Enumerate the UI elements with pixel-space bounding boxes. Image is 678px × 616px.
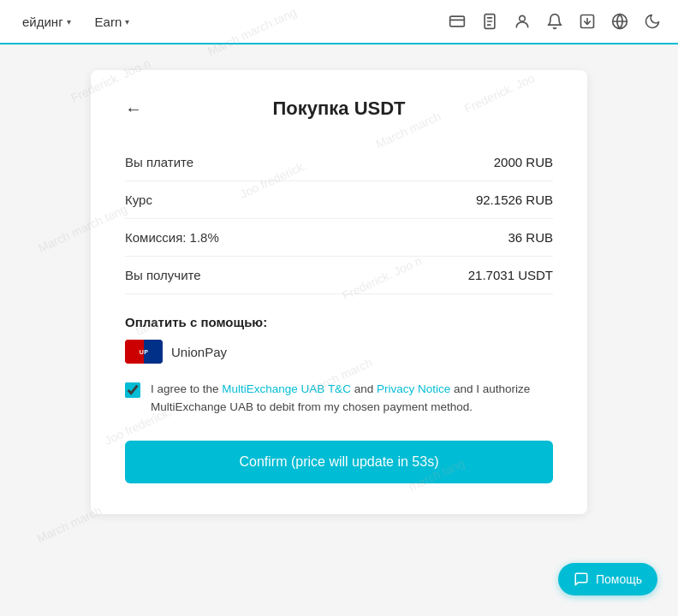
nav-item-trading[interactable]: ейдинг ▾ <box>17 11 76 33</box>
nav-item-earn[interactable]: Earn ▾ <box>90 11 135 33</box>
confirm-button[interactable]: Confirm (price will update in 53s) <box>125 441 553 483</box>
terms-link[interactable]: MultiExchange UAB T&C <box>222 382 351 395</box>
payment-section: Оплатить с помощью: UP UnionPay <box>125 315 553 364</box>
globe-icon[interactable] <box>611 13 628 30</box>
info-row-label: Курс <box>125 181 350 219</box>
info-row-value: 36 RUB <box>350 219 553 257</box>
agreement-middle: and <box>351 382 377 395</box>
help-label: Помощь <box>596 572 642 586</box>
user-icon[interactable] <box>514 13 531 30</box>
payment-method-name: UnionPay <box>171 345 227 359</box>
agreement-section: I agree to the MultiExchange UAB T&C and… <box>125 381 553 417</box>
navbar-left: ейдинг ▾ Earn ▾ <box>17 11 134 33</box>
svg-rect-0 <box>450 16 465 27</box>
payment-option-unionpay[interactable]: UP UnionPay <box>125 340 553 364</box>
payment-label: Оплатить с помощью: <box>125 315 553 329</box>
unionpay-logo: UP <box>125 340 163 364</box>
chevron-down-icon: ▾ <box>125 17 129 27</box>
info-row-value: 21.7031 USDT <box>350 257 553 294</box>
info-row-label: Вы получите <box>125 257 350 294</box>
info-row-label: Вы платите <box>125 144 350 181</box>
document-icon[interactable] <box>481 13 498 30</box>
download-icon[interactable] <box>579 13 596 30</box>
privacy-link[interactable]: Privacy Notice <box>377 382 450 395</box>
info-row-value: 92.1526 RUB <box>350 181 553 219</box>
info-row-3: Вы получите 21.7031 USDT <box>125 257 553 294</box>
card-title: Покупка USDT <box>272 98 405 120</box>
agreement-text: I agree to the MultiExchange UAB T&C and… <box>151 381 553 417</box>
nav-earn-label: Earn <box>95 15 122 29</box>
card-header: ← Покупка USDT <box>125 98 553 120</box>
chevron-down-icon: ▾ <box>67 17 71 27</box>
wallet-icon[interactable] <box>449 13 466 30</box>
info-table: Вы платите 2000 RUB Курс 92.1526 RUB Ком… <box>125 144 553 294</box>
nav-trading-label: ейдинг <box>22 15 63 29</box>
info-row-value: 2000 RUB <box>350 144 553 181</box>
info-row-1: Курс 92.1526 RUB <box>125 181 553 219</box>
navbar: ейдинг ▾ Earn ▾ <box>0 0 678 44</box>
svg-point-6 <box>520 15 526 21</box>
bell-icon[interactable] <box>546 13 563 30</box>
agreement-checkbox-wrapper[interactable] <box>125 382 140 401</box>
purchase-card: ← Покупка USDT Вы платите 2000 RUB Курс … <box>91 70 587 514</box>
chat-icon <box>574 572 589 587</box>
agreement-checkbox[interactable] <box>125 382 140 398</box>
help-button[interactable]: Помощь <box>558 563 657 595</box>
navbar-right <box>449 13 661 30</box>
moon-icon[interactable] <box>644 13 661 30</box>
info-row-2: Комиссия: 1.8% 36 RUB <box>125 219 553 257</box>
main-content: ← Покупка USDT Вы платите 2000 RUB Курс … <box>0 44 678 616</box>
agreement-before: I agree to the <box>151 382 222 395</box>
info-row-0: Вы платите 2000 RUB <box>125 144 553 181</box>
back-button[interactable]: ← <box>125 99 142 119</box>
info-row-label: Комиссия: 1.8% <box>125 219 350 257</box>
